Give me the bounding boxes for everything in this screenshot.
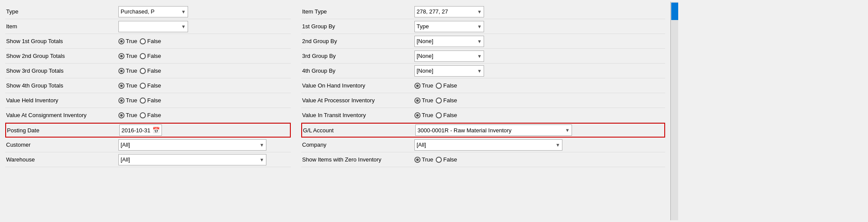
show-zero-inventory-row: Show Items with Zero Inventory True Fals…: [301, 152, 665, 167]
value-transit-false-label: False: [443, 112, 457, 118]
scrollbar[interactable]: [670, 2, 678, 220]
type-dropdown-arrow-icon: ▼: [181, 9, 186, 14]
value-consignment-row: Value At Consignment Inventory True Fals…: [5, 108, 291, 123]
show4th-label: Show 4th Group Totals: [5, 81, 118, 91]
value-on-hand-true-radio[interactable]: True: [414, 82, 433, 89]
item-dropdown[interactable]: ▼: [118, 21, 188, 32]
type-dropdown[interactable]: Purchased, P ▼: [118, 6, 188, 17]
right-panel: Item Type 278, 277, 27 ▼ 1st Group By Ty…: [296, 2, 670, 220]
value-processor-false-label: False: [443, 97, 457, 104]
second-group-by-dropdown-arrow-icon: ▼: [477, 39, 482, 44]
second-group-by-row: 2nd Group By [None] ▼: [301, 34, 665, 49]
posting-date-input[interactable]: 2016-10-31 📅: [119, 124, 162, 136]
show3rd-label: Show 3rd Group Totals: [5, 66, 118, 76]
show1st-true-circle: [118, 38, 124, 44]
show-zero-inventory-control: True False: [414, 156, 665, 163]
fourth-group-by-dropdown-arrow-icon: ▼: [477, 68, 482, 74]
value-processor-false-circle: [436, 98, 442, 104]
third-group-by-dropdown[interactable]: [None] ▼: [414, 50, 484, 62]
fourth-group-by-dropdown[interactable]: [None] ▼: [414, 65, 484, 77]
value-held-true-radio[interactable]: True: [118, 97, 137, 104]
value-consignment-false-label: False: [147, 112, 161, 118]
value-held-row: Value Held Inventory True False: [5, 93, 291, 108]
company-dropdown-arrow-icon: ▼: [555, 142, 560, 148]
first-group-by-dropdown[interactable]: Type ▼: [414, 21, 484, 32]
company-dropdown[interactable]: [All] ▼: [414, 139, 562, 151]
fourth-group-by-dropdown-value: [None]: [417, 67, 475, 74]
value-consignment-false-radio[interactable]: False: [140, 112, 161, 118]
type-row: Type Purchased, P ▼: [5, 4, 291, 19]
show-zero-inventory-true-radio[interactable]: True: [414, 156, 433, 163]
value-on-hand-false-radio[interactable]: False: [436, 82, 457, 89]
value-on-hand-true-label: True: [422, 82, 433, 89]
show2nd-true-radio[interactable]: True: [118, 53, 137, 59]
gl-account-row: G/L Account 3000-0001R - Raw Material In…: [301, 123, 665, 138]
value-consignment-label: Value At Consignment Inventory: [5, 110, 118, 120]
show3rd-control: True False: [118, 67, 291, 74]
customer-control: [All] ▼: [118, 139, 291, 151]
show3rd-false-radio[interactable]: False: [140, 67, 161, 74]
posting-date-value: 2016-10-31: [121, 127, 151, 134]
item-type-dropdown[interactable]: 278, 277, 27 ▼: [414, 6, 484, 17]
value-transit-control: True False: [414, 112, 665, 118]
show-zero-inventory-false-radio[interactable]: False: [436, 156, 457, 163]
value-held-false-circle: [140, 98, 146, 104]
fourth-group-by-control: [None] ▼: [414, 65, 665, 77]
value-held-false-radio[interactable]: False: [140, 97, 161, 104]
show3rd-row: Show 3rd Group Totals True False: [5, 64, 291, 78]
show2nd-true-label: True: [126, 53, 137, 59]
show2nd-false-radio[interactable]: False: [140, 53, 161, 59]
show1st-true-radio[interactable]: True: [118, 38, 137, 44]
value-transit-label: Value In Transit Inventory: [301, 110, 414, 120]
show4th-false-radio[interactable]: False: [140, 82, 161, 89]
show4th-true-radio[interactable]: True: [118, 82, 137, 89]
customer-dropdown[interactable]: [All] ▼: [118, 139, 266, 151]
warehouse-control: [All] ▼: [118, 154, 291, 165]
show3rd-false-label: False: [147, 67, 161, 74]
show2nd-label: Show 2nd Group Totals: [5, 51, 118, 61]
value-on-hand-false-label: False: [443, 82, 457, 89]
calendar-icon[interactable]: 📅: [152, 127, 160, 134]
warehouse-dropdown-arrow-icon: ▼: [259, 157, 264, 162]
show3rd-true-radio[interactable]: True: [118, 67, 137, 74]
show4th-false-circle: [140, 83, 146, 89]
show1st-false-radio[interactable]: False: [140, 38, 161, 44]
value-consignment-control: True False: [118, 112, 291, 118]
value-consignment-true-label: True: [126, 112, 137, 118]
value-processor-true-radio[interactable]: True: [414, 97, 433, 104]
second-group-by-control: [None] ▼: [414, 36, 665, 47]
third-group-by-dropdown-value: [None]: [417, 53, 475, 59]
show4th-control: True False: [118, 82, 291, 89]
posting-date-label: Posting Date: [6, 125, 119, 135]
value-on-hand-control: True False: [414, 82, 665, 89]
value-processor-true-circle: [414, 98, 421, 104]
gl-account-control: 3000-0001R - Raw Material Inventory ▼: [415, 124, 664, 136]
gl-account-dropdown[interactable]: 3000-0001R - Raw Material Inventory ▼: [415, 124, 572, 136]
value-held-true-circle: [118, 98, 124, 104]
value-held-true-label: True: [126, 97, 137, 104]
second-group-by-label: 2nd Group By: [301, 36, 414, 46]
value-transit-false-radio[interactable]: False: [436, 112, 457, 118]
gl-account-dropdown-arrow-icon: ▼: [565, 128, 570, 133]
scroll-thumb[interactable]: [671, 3, 678, 20]
item-type-control: 278, 277, 27 ▼: [414, 6, 665, 17]
gl-account-dropdown-value: 3000-0001R - Raw Material Inventory: [417, 127, 563, 134]
customer-row: Customer [All] ▼: [5, 138, 291, 152]
item-type-label: Item Type: [301, 7, 414, 17]
value-transit-true-circle: [414, 112, 421, 118]
type-dropdown-value: Purchased, P: [121, 8, 179, 15]
third-group-by-control: [None] ▼: [414, 50, 665, 62]
show2nd-true-circle: [118, 53, 124, 59]
value-processor-false-radio[interactable]: False: [436, 97, 457, 104]
type-label: Type: [5, 7, 118, 17]
show2nd-false-label: False: [147, 53, 161, 59]
show-zero-inventory-false-circle: [436, 157, 442, 163]
value-transit-true-radio[interactable]: True: [414, 112, 433, 118]
value-on-hand-row: Value On Hand Inventory True False: [301, 78, 665, 93]
warehouse-dropdown[interactable]: [All] ▼: [118, 154, 266, 165]
posting-date-row: Posting Date 2016-10-31 📅: [5, 123, 291, 138]
value-consignment-true-radio[interactable]: True: [118, 112, 137, 118]
company-control: [All] ▼: [414, 139, 665, 151]
show2nd-row: Show 2nd Group Totals True False: [5, 49, 291, 64]
second-group-by-dropdown[interactable]: [None] ▼: [414, 36, 484, 47]
